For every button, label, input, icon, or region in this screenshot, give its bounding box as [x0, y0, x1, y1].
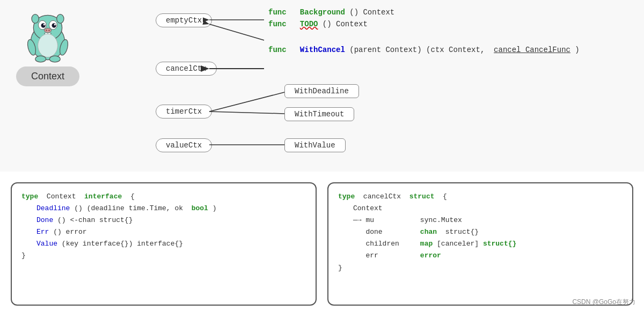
- svg-point-12: [57, 14, 64, 24]
- context-bubble-label: Context: [16, 66, 79, 86]
- watermark: CSDN @GoGo在努力: [572, 298, 635, 307]
- node-cancelCtx: cancelCtx: [156, 62, 217, 76]
- svg-point-4: [41, 23, 46, 27]
- code-line-4: Err () error: [21, 226, 306, 238]
- svg-point-11: [32, 14, 39, 24]
- node-valueCtx: valueCtx: [156, 138, 212, 152]
- code2-line-6: err error: [338, 250, 623, 262]
- diagram-area: Context emptyCtx cancelCtx timerCtx valu…: [0, 0, 644, 172]
- code-box-context-interface: type Context interface { Deadline () (de…: [11, 182, 317, 306]
- node-timerCtx: timerCtx: [156, 105, 212, 119]
- svg-point-18: [35, 56, 46, 62]
- code2-line-4: done chan struct{}: [338, 226, 623, 238]
- svg-point-19: [49, 56, 60, 62]
- code2-line-1: type cancelCtx struct {: [338, 191, 623, 203]
- node-withdeadline: WithDeadline: [284, 84, 359, 98]
- code2-line-2: Context: [338, 203, 623, 214]
- node-withtimeout: WithTimeout: [284, 107, 354, 121]
- code2-line-5: children map [canceler] struct{}: [338, 238, 623, 250]
- gopher-icon: [21, 11, 75, 64]
- func-background-line: func Background () Context: [268, 8, 580, 17]
- code-box-cancelctx-struct: type cancelCtx struct { Context —→ mu sy…: [327, 182, 633, 306]
- func-todo-line: func TODO () Context: [268, 20, 580, 28]
- node-withvalue: WithValue: [284, 138, 346, 152]
- code-line-5: Value (key interface{}) interface{}: [21, 238, 306, 250]
- svg-point-5: [52, 23, 56, 27]
- svg-point-7: [54, 24, 56, 25]
- svg-point-8: [44, 28, 51, 33]
- svg-line-21: [209, 24, 264, 40]
- code-line-1: type Context interface {: [21, 191, 306, 203]
- func-area: func Background () Context func TODO () …: [268, 8, 580, 57]
- svg-point-10: [48, 29, 50, 31]
- svg-point-9: [46, 29, 47, 31]
- func-withcancel-line: func WithCancel (parent Context) (ctx Co…: [268, 46, 580, 54]
- svg-line-24: [209, 112, 284, 114]
- code-line-3: Done () <-chan struct{}: [21, 214, 306, 226]
- code2-line-close: }: [338, 262, 623, 274]
- svg-line-23: [209, 92, 284, 112]
- code2-line-3: —→ mu sync.Mutex: [338, 214, 623, 226]
- code-boxes-container: type Context interface { Deadline () (de…: [0, 177, 644, 311]
- code-line-close: }: [21, 250, 306, 262]
- svg-point-6: [43, 24, 45, 25]
- gopher-section: Context: [16, 11, 79, 86]
- svg-point-17: [38, 34, 58, 57]
- node-emptyCtx: emptyCtx: [156, 13, 212, 27]
- code-line-2: Deadline () (deadline time.Time, ok bool…: [21, 203, 306, 214]
